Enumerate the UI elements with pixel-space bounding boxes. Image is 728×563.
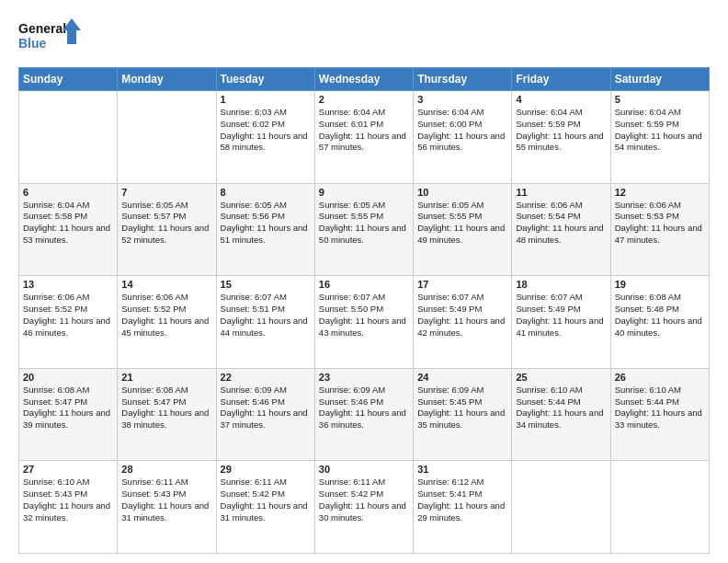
day-number: 18 (516, 279, 606, 290)
day-number: 30 (319, 464, 409, 475)
day-number: 8 (221, 187, 311, 198)
calendar-cell: 22Sunrise: 6:09 AM Sunset: 5:46 PM Dayli… (216, 368, 314, 461)
cell-content: Sunrise: 6:08 AM Sunset: 5:47 PM Dayligh… (23, 385, 113, 431)
logo-svg: General Blue (18, 17, 83, 58)
day-number: 11 (516, 187, 606, 198)
calendar-cell: 1Sunrise: 6:03 AM Sunset: 6:02 PM Daylig… (216, 91, 314, 184)
calendar-cell: 20Sunrise: 6:08 AM Sunset: 5:47 PM Dayli… (19, 368, 118, 461)
weekday-header-monday: Monday (118, 68, 216, 91)
day-number: 14 (121, 279, 211, 290)
cell-content: Sunrise: 6:10 AM Sunset: 5:44 PM Dayligh… (615, 385, 705, 431)
calendar-cell (610, 461, 709, 554)
cell-content: Sunrise: 6:05 AM Sunset: 5:55 PM Dayligh… (417, 200, 507, 247)
day-number: 13 (23, 279, 113, 290)
day-number: 6 (23, 187, 113, 198)
day-number: 1 (221, 94, 311, 105)
calendar-cell: 25Sunrise: 6:10 AM Sunset: 5:44 PM Dayli… (512, 368, 610, 461)
day-number: 23 (319, 372, 409, 383)
day-number: 10 (417, 187, 507, 198)
logo: General Blue (18, 17, 83, 58)
calendar-cell: 9Sunrise: 6:05 AM Sunset: 5:55 PM Daylig… (314, 183, 413, 276)
cell-content: Sunrise: 6:06 AM Sunset: 5:52 PM Dayligh… (121, 292, 211, 339)
calendar-table: SundayMondayTuesdayWednesdayThursdayFrid… (18, 67, 710, 554)
calendar-cell (118, 91, 216, 184)
week-row-4: 27Sunrise: 6:10 AM Sunset: 5:43 PM Dayli… (19, 461, 710, 554)
cell-content: Sunrise: 6:12 AM Sunset: 5:41 PM Dayligh… (417, 477, 507, 523)
day-number: 28 (121, 464, 211, 475)
week-row-0: 1Sunrise: 6:03 AM Sunset: 6:02 PM Daylig… (19, 91, 710, 184)
week-row-3: 20Sunrise: 6:08 AM Sunset: 5:47 PM Dayli… (19, 368, 710, 461)
day-number: 22 (221, 372, 311, 383)
day-number: 17 (417, 279, 507, 290)
cell-content: Sunrise: 6:03 AM Sunset: 6:02 PM Dayligh… (221, 107, 311, 154)
day-number: 25 (516, 372, 606, 383)
svg-text:Blue: Blue (18, 36, 47, 51)
cell-content: Sunrise: 6:05 AM Sunset: 5:55 PM Dayligh… (319, 200, 409, 247)
calendar-cell: 5Sunrise: 6:04 AM Sunset: 5:59 PM Daylig… (610, 91, 709, 184)
cell-content: Sunrise: 6:09 AM Sunset: 5:46 PM Dayligh… (221, 385, 311, 431)
calendar-cell: 18Sunrise: 6:07 AM Sunset: 5:49 PM Dayli… (512, 276, 610, 369)
calendar-cell: 31Sunrise: 6:12 AM Sunset: 5:41 PM Dayli… (414, 461, 512, 554)
day-number: 3 (417, 94, 507, 105)
cell-content: Sunrise: 6:06 AM Sunset: 5:52 PM Dayligh… (23, 292, 113, 339)
calendar-cell: 13Sunrise: 6:06 AM Sunset: 5:52 PM Dayli… (19, 276, 118, 369)
cell-content: Sunrise: 6:08 AM Sunset: 5:47 PM Dayligh… (121, 385, 211, 431)
calendar-cell: 19Sunrise: 6:08 AM Sunset: 5:48 PM Dayli… (610, 276, 709, 369)
cell-content: Sunrise: 6:05 AM Sunset: 5:56 PM Dayligh… (221, 200, 311, 247)
cell-content: Sunrise: 6:09 AM Sunset: 5:46 PM Dayligh… (319, 385, 409, 431)
cell-content: Sunrise: 6:04 AM Sunset: 5:59 PM Dayligh… (615, 107, 705, 154)
cell-content: Sunrise: 6:07 AM Sunset: 5:51 PM Dayligh… (221, 292, 311, 339)
cell-content: Sunrise: 6:10 AM Sunset: 5:43 PM Dayligh… (23, 477, 113, 523)
calendar-cell: 21Sunrise: 6:08 AM Sunset: 5:47 PM Dayli… (118, 368, 216, 461)
weekday-header-tuesday: Tuesday (216, 68, 314, 91)
calendar-cell: 27Sunrise: 6:10 AM Sunset: 5:43 PM Dayli… (19, 461, 118, 554)
calendar-cell: 4Sunrise: 6:04 AM Sunset: 5:59 PM Daylig… (512, 91, 610, 184)
cell-content: Sunrise: 6:05 AM Sunset: 5:57 PM Dayligh… (121, 200, 211, 247)
week-row-1: 6Sunrise: 6:04 AM Sunset: 5:58 PM Daylig… (19, 183, 710, 276)
calendar-cell: 6Sunrise: 6:04 AM Sunset: 5:58 PM Daylig… (19, 183, 118, 276)
day-number: 2 (319, 94, 409, 105)
cell-content: Sunrise: 6:10 AM Sunset: 5:44 PM Dayligh… (516, 385, 606, 431)
calendar-cell: 7Sunrise: 6:05 AM Sunset: 5:57 PM Daylig… (118, 183, 216, 276)
cell-content: Sunrise: 6:08 AM Sunset: 5:48 PM Dayligh… (615, 292, 705, 339)
day-number: 20 (23, 372, 113, 383)
cell-content: Sunrise: 6:11 AM Sunset: 5:42 PM Dayligh… (221, 477, 311, 523)
header: General Blue (18, 17, 710, 58)
calendar-cell: 29Sunrise: 6:11 AM Sunset: 5:42 PM Dayli… (216, 461, 314, 554)
cell-content: Sunrise: 6:04 AM Sunset: 5:58 PM Dayligh… (23, 200, 113, 247)
calendar-cell: 11Sunrise: 6:06 AM Sunset: 5:54 PM Dayli… (512, 183, 610, 276)
calendar-cell: 10Sunrise: 6:05 AM Sunset: 5:55 PM Dayli… (414, 183, 512, 276)
calendar-cell: 12Sunrise: 6:06 AM Sunset: 5:53 PM Dayli… (610, 183, 709, 276)
calendar-cell: 14Sunrise: 6:06 AM Sunset: 5:52 PM Dayli… (118, 276, 216, 369)
calendar-cell: 17Sunrise: 6:07 AM Sunset: 5:49 PM Dayli… (414, 276, 512, 369)
calendar-cell: 2Sunrise: 6:04 AM Sunset: 6:01 PM Daylig… (314, 91, 413, 184)
cell-content: Sunrise: 6:11 AM Sunset: 5:42 PM Dayligh… (319, 477, 409, 523)
calendar-cell: 28Sunrise: 6:11 AM Sunset: 5:43 PM Dayli… (118, 461, 216, 554)
calendar-cell: 26Sunrise: 6:10 AM Sunset: 5:44 PM Dayli… (610, 368, 709, 461)
weekday-header-saturday: Saturday (610, 68, 709, 91)
cell-content: Sunrise: 6:04 AM Sunset: 6:01 PM Dayligh… (319, 107, 409, 154)
weekday-header-sunday: Sunday (19, 68, 118, 91)
cell-content: Sunrise: 6:11 AM Sunset: 5:43 PM Dayligh… (121, 477, 211, 523)
cell-content: Sunrise: 6:06 AM Sunset: 5:54 PM Dayligh… (516, 200, 606, 247)
day-number: 24 (417, 372, 507, 383)
calendar-cell: 8Sunrise: 6:05 AM Sunset: 5:56 PM Daylig… (216, 183, 314, 276)
day-number: 26 (615, 372, 705, 383)
week-row-2: 13Sunrise: 6:06 AM Sunset: 5:52 PM Dayli… (19, 276, 710, 369)
weekday-header-friday: Friday (512, 68, 610, 91)
cell-content: Sunrise: 6:04 AM Sunset: 5:59 PM Dayligh… (516, 107, 606, 154)
calendar-cell: 30Sunrise: 6:11 AM Sunset: 5:42 PM Dayli… (314, 461, 413, 554)
svg-text:General: General (18, 21, 66, 36)
day-number: 16 (319, 279, 409, 290)
day-number: 29 (221, 464, 311, 475)
calendar-cell: 3Sunrise: 6:04 AM Sunset: 6:00 PM Daylig… (414, 91, 512, 184)
cell-content: Sunrise: 6:04 AM Sunset: 6:00 PM Dayligh… (417, 107, 507, 154)
day-number: 4 (516, 94, 606, 105)
page: General Blue SundayMondayTuesdayWednesda… (0, 0, 728, 563)
weekday-header-thursday: Thursday (414, 68, 512, 91)
calendar-cell: 23Sunrise: 6:09 AM Sunset: 5:46 PM Dayli… (314, 368, 413, 461)
day-number: 15 (221, 279, 311, 290)
day-number: 31 (417, 464, 507, 475)
day-number: 9 (319, 187, 409, 198)
cell-content: Sunrise: 6:06 AM Sunset: 5:53 PM Dayligh… (615, 200, 705, 247)
